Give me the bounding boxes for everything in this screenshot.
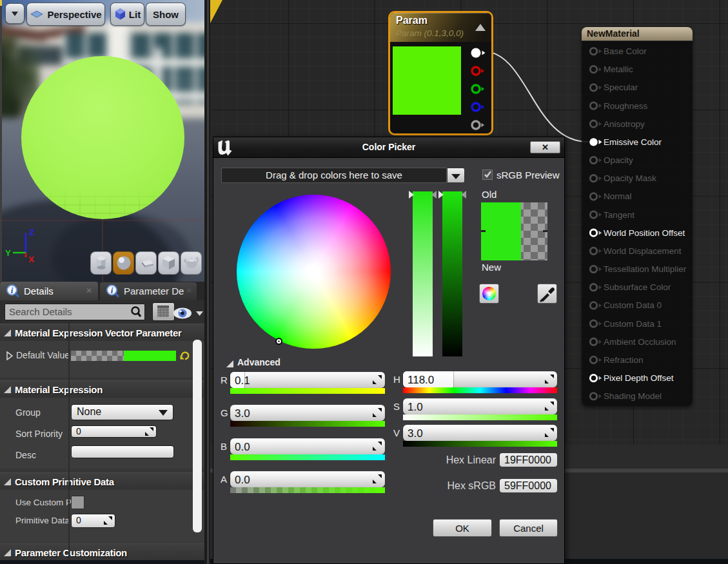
svg-text:Tangent: Tangent <box>604 210 635 220</box>
svg-text:i: i <box>111 286 113 295</box>
svg-text:Normal: Normal <box>604 191 632 201</box>
svg-text:Anisotropy: Anisotropy <box>604 119 645 129</box>
svg-text:Ambient Occlusion: Ambient Occlusion <box>604 337 676 347</box>
svg-text:Tessellation Multiplier: Tessellation Multiplier <box>604 264 687 274</box>
svg-text:Emissive Color: Emissive Color <box>604 137 662 147</box>
svg-text:X: X <box>28 255 34 264</box>
svg-text:Refraction: Refraction <box>604 355 644 365</box>
svg-text:World Displacement: World Displacement <box>604 246 682 256</box>
svg-text:Custom Data 0: Custom Data 0 <box>604 300 662 310</box>
svg-text:Y: Y <box>5 248 11 258</box>
svg-text:Opacity: Opacity <box>604 155 633 165</box>
svg-text:i: i <box>11 286 14 295</box>
svg-text:World Position Offset: World Position Offset <box>604 228 685 238</box>
svg-text:Specular: Specular <box>604 83 638 92</box>
svg-text:Metallic: Metallic <box>604 64 633 74</box>
svg-text:Base Color: Base Color <box>604 46 647 56</box>
svg-text:Custom Data 1: Custom Data 1 <box>604 319 662 329</box>
svg-text:Subsurface Color: Subsurface Color <box>604 282 671 292</box>
svg-text:Pixel Depth Offset: Pixel Depth Offset <box>604 373 674 383</box>
svg-text:Roughness: Roughness <box>604 101 648 111</box>
svg-text:Z: Z <box>29 228 34 237</box>
svg-text:Opacity Mask: Opacity Mask <box>604 173 656 183</box>
svg-text:Shading Model: Shading Model <box>604 391 662 401</box>
